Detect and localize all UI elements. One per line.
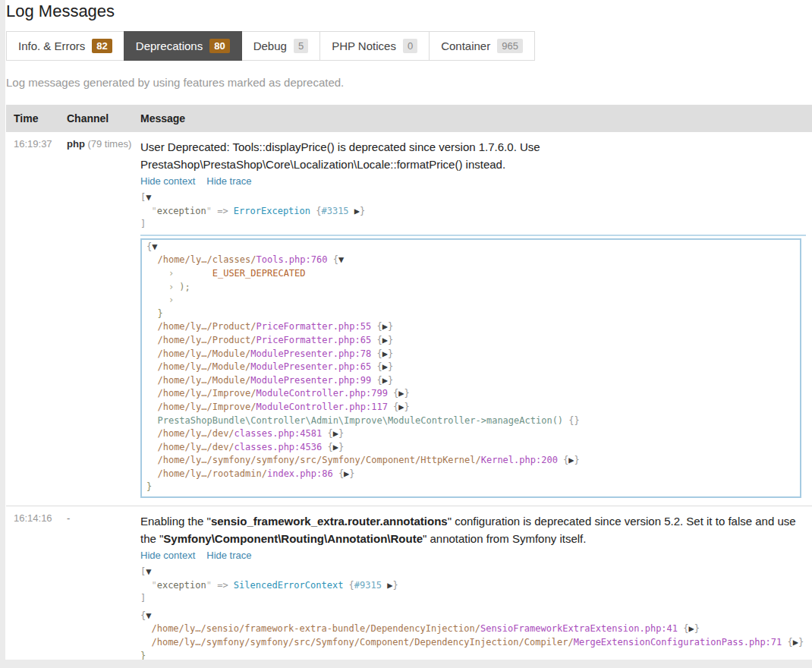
dump-toggle-icon[interactable]: ▼ [146, 610, 151, 621]
tab-php-notices[interactable]: PHP Notices0 [320, 32, 430, 60]
log-message-cell: User Deprecated: Tools::displayPrice() i… [140, 132, 812, 506]
dump-token: /home/ly…/rootadmin/ [157, 468, 267, 479]
dump-token [146, 375, 157, 386]
dump-line: /home/ly…/dev/classes.php:4581 {▶} [146, 427, 795, 441]
dump-toggle-icon[interactable]: ▶ [382, 348, 388, 359]
trace-file-link[interactable]: classes.php:4536 [234, 442, 323, 452]
trace-file-link[interactable]: classes.php:4581 [234, 428, 323, 439]
dump-toggle-icon[interactable]: ▶ [382, 321, 388, 332]
dump-line: /home/ly…/Module/ModulePresenter.php:99 … [146, 374, 795, 388]
hide-context-link[interactable]: Hide context [140, 175, 195, 187]
trace-file-link[interactable]: ModuleController.php:117 [257, 402, 388, 412]
dump-toggle-icon[interactable]: ▼ [146, 192, 151, 203]
trace-file-link[interactable]: ModuleController.php:799 [257, 388, 388, 399]
dump-line: /home/ly…/Improve/ModuleController.php:7… [146, 387, 795, 401]
message-emphasis: sensio_framework_extra.router.annotation… [211, 515, 448, 528]
trace-file-link[interactable]: MergeExtensionConfigurationPass.php:71 [574, 637, 782, 648]
dump-toggle-icon[interactable]: ▶ [382, 335, 388, 345]
trace-dump: {▼ /home/ly…/sensio/framework-extra-bund… [140, 610, 806, 660]
dump-token: } [146, 481, 152, 492]
trace-file-link[interactable]: Kernel.php:200 [481, 455, 558, 465]
dump-toggle-icon[interactable]: ▼ [146, 566, 151, 577]
dump-token: { [322, 442, 332, 452]
dump-token: { [371, 361, 382, 372]
dump-token: } [157, 308, 162, 319]
dump-token: ); [174, 282, 190, 292]
tab-container[interactable]: Container965 [430, 32, 534, 60]
dump-line: PrestaShopBundle\Controller\Admin\Improv… [146, 414, 795, 428]
dump-toggle-icon[interactable]: ▶ [793, 637, 798, 648]
dump-token [174, 268, 212, 279]
dump-token [146, 468, 157, 479]
log-message: User Deprecated: Tools::displayPrice() i… [140, 138, 806, 173]
dump-toggle-icon[interactable]: ▶ [688, 623, 694, 634]
dump-toggle-icon[interactable]: ▶ [382, 375, 388, 386]
dump-token [146, 415, 157, 426]
dump-token: #9315 [354, 580, 382, 591]
dump-toggle-icon[interactable]: ▶ [333, 442, 338, 452]
dump-token: => [212, 206, 234, 216]
tab-debug[interactable]: Debug5 [242, 32, 320, 60]
trace-file-link[interactable]: ModulePresenter.php:99 [250, 375, 371, 386]
dump-line: /home/ly…/Module/ModulePresenter.php:78 … [146, 348, 795, 361]
dump-line: /home/ly…/Module/ModulePresenter.php:65 … [146, 361, 795, 374]
hide-trace-link[interactable]: Hide trace [206, 550, 251, 561]
dump-toggle-icon[interactable]: ▶ [398, 402, 404, 412]
dump-token [146, 321, 157, 332]
trace-file-link[interactable]: SensioFrameworkExtraExtension.php:41 [480, 623, 678, 634]
dump-token [349, 206, 354, 216]
trace-file-link[interactable]: ModulePresenter.php:78 [250, 348, 371, 359]
tab-info-errors[interactable]: Info. & Errors82 [7, 32, 124, 60]
dump-toggle-icon[interactable]: ▶ [333, 428, 338, 439]
dump-toggle-icon[interactable]: ▼ [152, 241, 157, 252]
dump-token: {} [563, 415, 580, 426]
dump-token: } [388, 348, 393, 359]
log-message: Enabling the "sensio_framework_extra.rou… [140, 512, 806, 547]
dump-token: } [404, 388, 410, 399]
channel-count: (79 times) [85, 138, 131, 150]
hide-trace-link[interactable]: Hide trace [206, 175, 251, 187]
tab-label: Info. & Errors [18, 39, 85, 52]
trace-file-link[interactable]: PriceFormatter.php:65 [257, 335, 372, 345]
trace-file-link[interactable]: Tools.php:760 [257, 254, 328, 265]
trace-file-link[interactable]: PriceFormatter.php:55 [257, 321, 372, 332]
tab-deprecations[interactable]: Deprecations80 [124, 31, 242, 61]
dump-token: { [371, 348, 382, 359]
dump-toggle-icon[interactable]: ▶ [568, 455, 574, 465]
dump-token: } [388, 375, 393, 386]
dump-token [140, 580, 151, 591]
dump-toggle-icon[interactable]: ▼ [338, 254, 344, 265]
dump-token [146, 402, 157, 412]
dump-token: } [392, 580, 398, 591]
tab-count-badge: 80 [209, 39, 229, 53]
trace-file-link[interactable]: index.php:86 [267, 468, 333, 479]
hide-context-link[interactable]: Hide context [140, 550, 195, 561]
dump-line: ] [140, 218, 806, 232]
log-channel: php (79 times) [67, 132, 140, 506]
dump-token: } [694, 623, 700, 634]
log-channel: - [67, 506, 140, 660]
dump-token: /home/ly…/Module/ [157, 348, 250, 359]
log-row: 16:14:16-Enabling the "sensio_framework_… [6, 506, 812, 660]
dump-token: } [574, 455, 580, 465]
dump-token [146, 335, 157, 345]
channel-name: - [67, 512, 70, 524]
dump-token: /home/ly…/Module/ [157, 361, 250, 372]
dump-token [146, 361, 157, 372]
trace-file-link[interactable]: ModulePresenter.php:65 [250, 361, 371, 372]
dump-token: { [371, 335, 382, 345]
dump-token: { [322, 428, 332, 439]
dump-token: › [168, 295, 174, 305]
dump-token: SilencedErrorContext [234, 580, 344, 591]
dump-token [146, 308, 157, 319]
column-header-channel: Channel [67, 105, 140, 132]
dump-toggle-icon[interactable]: ▶ [398, 388, 404, 399]
log-messages-panel: Log Messages Info. & Errors82Deprecation… [5, 0, 812, 660]
dump-toggle-icon[interactable]: ▶ [382, 361, 388, 372]
log-row: 16:19:37php (79 times)User Deprecated: T… [6, 132, 812, 506]
dump-line: › E_USER_DEPRECATED [146, 267, 795, 281]
dump-toggle-icon[interactable]: ▶ [354, 206, 360, 216]
message-text: Enabling the " [140, 515, 211, 528]
dump-token: { [327, 254, 338, 265]
message-text: " annotation from Symfony itself. [423, 532, 586, 545]
